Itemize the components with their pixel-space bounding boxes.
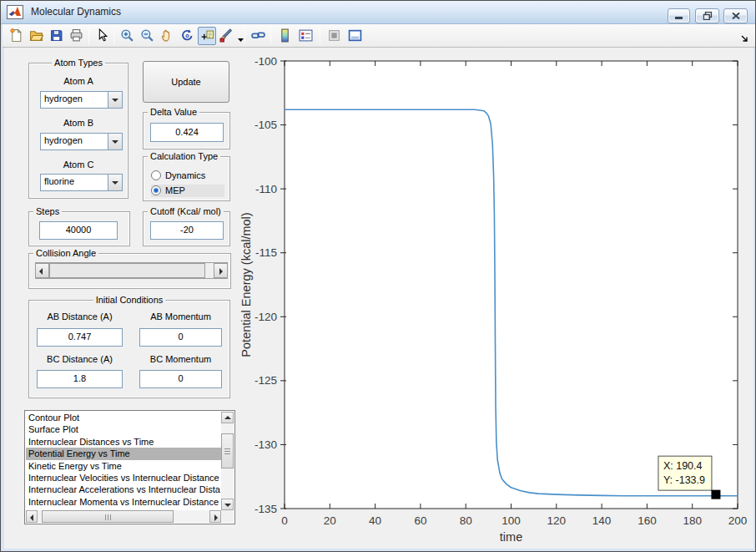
- scroll-right-icon[interactable]: [209, 510, 221, 523]
- datatip-y-value: Y: -133.9: [663, 474, 705, 486]
- y-tick-label: -135: [255, 503, 277, 515]
- hide-plot-tools-icon[interactable]: [325, 27, 344, 45]
- slider-left-arrow[interactable]: [35, 263, 49, 278]
- list-item[interactable]: Internuclear Accelerations vs Internucle…: [26, 484, 221, 495]
- atom-b-label: Atom B: [28, 118, 129, 128]
- x-tick-label: 120: [547, 514, 567, 527]
- datatip-marker[interactable]: [711, 490, 720, 499]
- bc-momentum-field[interactable]: 0: [139, 370, 222, 388]
- matlab-logo-icon: [7, 5, 23, 19]
- slider-thumb[interactable]: [49, 263, 205, 278]
- y-tick-label: -100: [255, 55, 277, 68]
- steps-field[interactable]: 40000: [39, 221, 118, 240]
- atom-a-value: hydrogen: [44, 94, 83, 104]
- legend-icon[interactable]: [297, 27, 315, 45]
- y-tick-label: -110: [255, 183, 277, 195]
- minimize-button[interactable]: [668, 8, 690, 23]
- list-item[interactable]: Internuclear Momenta vs Internuclear Dis…: [26, 496, 221, 508]
- bc-distance-label: BC Distance (A): [37, 354, 123, 364]
- slider-right-arrow[interactable]: [214, 263, 228, 278]
- brush-icon[interactable]: [218, 27, 236, 45]
- atom-a-dropdown-arrow[interactable]: [108, 92, 122, 108]
- plot-type-listbox[interactable]: Contour PlotSurface PlotInternuclear Dis…: [24, 410, 235, 524]
- listbox-hscrollbar[interactable]: [26, 510, 221, 523]
- toolbar-separator: [244, 28, 245, 44]
- x-tick-label: 140: [592, 514, 612, 527]
- collision-angle-slider[interactable]: [35, 262, 228, 279]
- x-tick-label: 0: [281, 514, 288, 527]
- x-axis-label: time: [500, 530, 522, 544]
- bc-momentum-label: BC Momentum: [139, 354, 222, 364]
- radio-dynamics-label: Dynamics: [165, 170, 205, 180]
- radio-dynamics-circle[interactable]: [151, 170, 161, 180]
- rotate-3d-icon[interactable]: [179, 27, 197, 45]
- atom-c-dropdown-arrow[interactable]: [108, 175, 122, 190]
- ab-momentum-label: AB Momentum: [139, 311, 222, 322]
- potential-energy-chart: 020406080100120140160180200-135-130-125-…: [239, 51, 754, 552]
- app-window: Molecular Dynamics Atom Types Atom A hyd…: [0, 0, 756, 552]
- list-item[interactable]: Internuclear Distances vs Time: [26, 436, 221, 448]
- list-item[interactable]: Contour Plot: [26, 412, 221, 423]
- collision-angle-label: Collision Angle: [33, 248, 98, 258]
- zoom-in-icon[interactable]: [118, 27, 137, 45]
- save-figure-icon[interactable]: [48, 27, 66, 45]
- vscroll-thumb[interactable]: [221, 433, 234, 468]
- list-item[interactable]: Potential Energy vs Time: [26, 448, 221, 459]
- scroll-up-icon[interactable]: [221, 412, 234, 423]
- scroll-down-icon[interactable]: [221, 499, 234, 510]
- toolbar-separator: [320, 28, 320, 44]
- y-axis-label: Potential Energy (kcal/mol): [239, 212, 253, 357]
- restore-button[interactable]: [695, 8, 719, 23]
- list-item[interactable]: Internuclear Velocities vs Internuclear …: [26, 472, 221, 484]
- radio-mep-circle[interactable]: [151, 185, 161, 195]
- atom-types-label: Atom Types: [52, 58, 105, 68]
- x-tick-label: 180: [683, 514, 702, 527]
- figure-toolbar: [3, 24, 755, 48]
- y-tick-label: -125: [255, 374, 277, 387]
- listbox-vscrollbar[interactable]: [221, 412, 234, 510]
- x-tick-label: 160: [638, 514, 657, 527]
- hscroll-thumb[interactable]: [42, 510, 174, 523]
- list-item[interactable]: Kinetic Energy vs Time: [26, 460, 221, 472]
- print-figure-icon[interactable]: [68, 27, 86, 45]
- x-tick-label: 80: [460, 514, 472, 527]
- atom-b-dropdown-arrow[interactable]: [108, 134, 122, 149]
- radio-dynamics[interactable]: Dynamics: [151, 170, 224, 182]
- scroll-left-icon[interactable]: [26, 510, 38, 523]
- atom-a-dropdown[interactable]: hydrogen: [40, 91, 123, 109]
- new-figure-icon[interactable]: [8, 27, 26, 45]
- pan-icon[interactable]: [159, 27, 177, 45]
- x-tick-label: 40: [369, 514, 381, 527]
- atom-b-dropdown[interactable]: hydrogen: [40, 133, 123, 150]
- atom-a-label: Atom A: [28, 76, 129, 86]
- data-cursor-icon[interactable]: [198, 27, 216, 45]
- link-plot-icon[interactable]: [249, 27, 268, 45]
- ab-momentum-field[interactable]: 0: [139, 328, 222, 347]
- radio-mep[interactable]: MEP: [151, 185, 224, 197]
- list-item[interactable]: Surface Plot: [26, 423, 221, 435]
- steps-label: Steps: [33, 206, 62, 216]
- ab-distance-field[interactable]: 0.747: [37, 328, 123, 347]
- atom-c-label: Atom C: [28, 160, 129, 170]
- pointer-icon[interactable]: [93, 27, 112, 45]
- atom-b-value: hydrogen: [44, 135, 83, 145]
- x-tick-label: 200: [728, 514, 748, 527]
- delta-value-field[interactable]: 0.424: [150, 123, 224, 142]
- cutoff-field[interactable]: -20: [150, 221, 224, 240]
- toolbar-separator: [88, 28, 89, 44]
- atom-c-dropdown[interactable]: fluorine: [40, 174, 123, 191]
- open-file-icon[interactable]: [28, 27, 46, 45]
- close-button[interactable]: [723, 8, 748, 23]
- update-button[interactable]: Update: [143, 61, 229, 103]
- bc-distance-field[interactable]: 1.8: [37, 370, 123, 388]
- zoom-out-icon[interactable]: [139, 27, 157, 45]
- toolbar-overflow-icon[interactable]: [741, 31, 748, 46]
- colorbar-icon[interactable]: [276, 27, 295, 45]
- title-bar[interactable]: Molecular Dynamics: [1, 1, 755, 24]
- ab-distance-label: AB Distance (A): [37, 311, 123, 322]
- toolbar-separator: [270, 28, 271, 44]
- y-tick-label: -120: [255, 311, 277, 323]
- y-tick-label: -115: [255, 246, 277, 259]
- show-plot-tools-icon[interactable]: [346, 27, 365, 45]
- scrollbar-corner: [221, 510, 234, 523]
